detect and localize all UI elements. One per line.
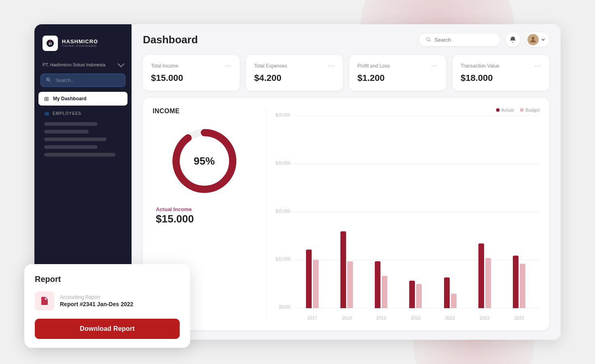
report-popup: Report Accounting Report Report #2341 Ja…	[24, 264, 190, 348]
y-label-5: $5000	[275, 305, 290, 309]
bar-actual-2023	[513, 256, 518, 308]
bell-icon	[509, 36, 516, 43]
header-search-input[interactable]	[434, 37, 493, 43]
bar-budget-2018	[347, 261, 353, 308]
donut-center: 95%	[193, 155, 215, 167]
report-info-label: Accounting Report	[60, 294, 133, 300]
skeleton-nav-4	[44, 145, 98, 149]
bar-budget-2023	[520, 264, 525, 308]
report-item: Accounting Report Report #2341 Jan-Des 2…	[35, 291, 180, 311]
income-title: INCOME	[153, 108, 180, 115]
header-right	[419, 32, 549, 47]
company-selector[interactable]: PT. Hashmicro Solusi Indonesia	[34, 59, 132, 70]
x-label-2019: 2019	[376, 315, 386, 320]
income-actual-label: Actual Income	[153, 205, 192, 213]
stat-value-expenses: $4.200	[254, 73, 281, 83]
bar-group-2019	[375, 261, 387, 308]
chart-area: $25.000 $20.000 $15.000 $10.000 $5000	[276, 116, 540, 320]
bars-container	[292, 116, 540, 308]
income-actual-value: $15.000	[156, 213, 194, 225]
stat-more-expenses[interactable]: ···	[328, 62, 335, 70]
chart-legend: Actual Budget	[276, 108, 540, 112]
svg-point-2	[532, 37, 535, 40]
download-report-button[interactable]: Download Report	[35, 319, 180, 339]
page-title: Dashboard	[143, 34, 198, 46]
logo-text: HASHMICRO THINK FORWARD	[62, 39, 98, 48]
bar-actual-2020	[409, 281, 415, 308]
stats-row: Total Income ··· $15.000 Total Expenses …	[132, 55, 561, 98]
bar-budget-2020	[416, 284, 422, 308]
logo-icon	[42, 36, 58, 51]
header: Dashboard	[132, 24, 561, 55]
user-menu-button[interactable]	[526, 32, 549, 47]
bar-budget-2022	[485, 258, 491, 308]
stat-more-income[interactable]: ···	[225, 62, 232, 70]
svg-point-0	[49, 40, 51, 42]
skeleton-nav-3	[44, 138, 106, 141]
x-label-2023: 2023	[514, 315, 524, 320]
chevron-down-icon	[118, 61, 125, 68]
sidebar-logo: HASHMICRO THINK FORWARD	[34, 24, 132, 59]
donut-percent: 95%	[193, 155, 215, 167]
report-info-name: Report #2341 Jan-Des 2022	[60, 301, 133, 307]
bar-budget-2019	[382, 276, 387, 308]
x-label-2022: 2022	[480, 315, 489, 320]
section-label-employees: EMPLOYEES	[53, 111, 81, 116]
stat-label-income: Total Income	[151, 63, 178, 69]
bar-group-2018	[340, 231, 353, 308]
y-label-3: $15.000	[275, 209, 290, 214]
bar-actual-2022	[478, 243, 484, 308]
bar-actual-2018	[340, 231, 346, 308]
dashboard-icon: ⊞	[44, 95, 49, 102]
employees-icon: 👥	[44, 111, 49, 116]
stat-label-expenses: Total Expenses	[254, 63, 287, 69]
logo-tagline: THINK FORWARD	[62, 44, 98, 48]
sidebar-search[interactable]: 🔍	[40, 74, 125, 87]
donut-chart: 95%	[168, 125, 241, 197]
bar-actual-2021	[444, 277, 450, 308]
y-label-2: $20.000	[275, 161, 290, 165]
sidebar-search-input[interactable]	[55, 78, 120, 83]
legend-actual-dot	[496, 108, 499, 112]
skeleton-nav-1	[44, 122, 98, 126]
x-label-2017: 2017	[307, 315, 317, 320]
y-label-1: $25.000	[275, 113, 290, 117]
legend-budget-label: Budget	[525, 108, 540, 112]
main-content: Dashboard	[132, 24, 561, 340]
report-info: Accounting Report Report #2341 Jan-Des 2…	[60, 294, 133, 307]
report-title: Report	[35, 275, 180, 284]
stat-card-transaction: Transaction Value ··· $18.000	[453, 55, 549, 91]
x-label-2018: 2018	[342, 315, 351, 320]
income-section: INCOME 95% Actual Income	[143, 98, 549, 330]
stat-value-pnl: $1.200	[357, 73, 385, 83]
bar-budget-2021	[451, 294, 457, 308]
legend-actual: Actual	[496, 108, 514, 112]
nav-item-dashboard[interactable]: ⊞ My Dashboard	[38, 92, 128, 106]
nav-label-dashboard: My Dashboard	[53, 96, 87, 102]
bar-group-2021	[444, 277, 457, 308]
stat-value-income: $15.000	[151, 73, 183, 83]
bar-actual-2017	[306, 250, 312, 308]
company-name: PT. Hashmicro Solusi Indonesia	[42, 62, 119, 67]
legend-budget: Budget	[520, 108, 540, 112]
user-chevron-icon	[541, 38, 545, 42]
avatar	[527, 34, 539, 45]
bar-actual-2019	[375, 261, 380, 308]
section-header-employees: 👥 EMPLOYEES	[38, 107, 128, 118]
search-bar[interactable]	[419, 34, 500, 46]
legend-budget-dot	[520, 108, 523, 112]
logo-name: HASHMICRO	[62, 39, 98, 44]
stat-more-pnl[interactable]: ···	[431, 62, 438, 70]
y-label-4: $10.000	[275, 257, 290, 261]
legend-actual-label: Actual	[502, 108, 514, 112]
bar-group-2023	[513, 256, 525, 308]
stat-card-pnl: Profit and Loss ··· $1.200	[349, 55, 446, 91]
search-bar-icon	[426, 37, 431, 42]
x-label-2021: 2021	[445, 315, 455, 320]
bar-group-2017	[306, 250, 319, 308]
skeleton-nav-2	[44, 130, 89, 133]
stat-more-transaction[interactable]: ···	[535, 62, 541, 70]
stat-label-transaction: Transaction Value	[461, 63, 499, 69]
stat-value-transaction: $18.000	[461, 73, 493, 83]
notification-bell-button[interactable]	[506, 32, 520, 47]
